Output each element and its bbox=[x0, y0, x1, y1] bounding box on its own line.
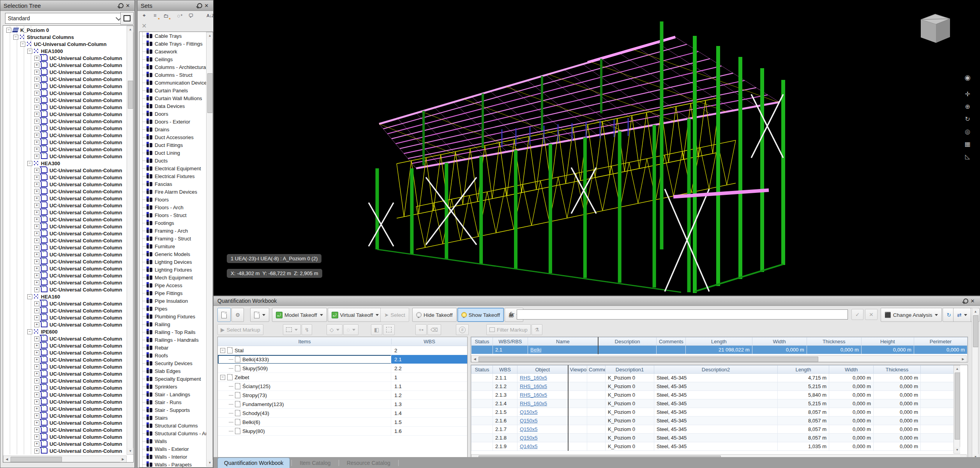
expand-toggle[interactable]: + bbox=[34, 259, 39, 264]
detail-row[interactable]: 2.1.3RHS_160x5K_Poziom 0Steel, 45-3455,8… bbox=[471, 391, 954, 399]
set-item[interactable]: Stairs bbox=[139, 414, 213, 422]
delete-set-icon[interactable]: ✕ bbox=[140, 22, 148, 30]
selection-tree-vscrollbar[interactable]: ▲ ▼ bbox=[127, 26, 133, 455]
rollup-table[interactable]: StatusWBS/RBSNameDescriptionCommentsLeng… bbox=[471, 337, 968, 362]
expand-toggle[interactable]: + bbox=[34, 420, 39, 426]
detail-vscrollbar[interactable]: ▲ ▼ bbox=[954, 365, 960, 454]
sets-vscrollbar[interactable]: ▲ ▼ bbox=[206, 32, 213, 466]
expand-toggle[interactable]: + bbox=[34, 449, 39, 454]
expand-toggle[interactable]: + bbox=[34, 442, 39, 447]
expand-toggle[interactable]: + bbox=[34, 182, 39, 187]
tree-item[interactable]: +UC-Universal Column-Column bbox=[3, 419, 126, 426]
markup-add-vertex-button[interactable]: +▪ bbox=[415, 324, 427, 335]
tree-item[interactable]: +UC-Universal Column-Column bbox=[3, 342, 126, 349]
tree-item[interactable]: +UC-Universal Column-Column bbox=[3, 153, 126, 160]
tree-item[interactable]: +UC-Universal Column-Column bbox=[3, 265, 126, 272]
tree-item[interactable]: +UC-Universal Column-Column bbox=[3, 118, 126, 125]
column-header[interactable]: Object bbox=[517, 366, 568, 374]
set-item[interactable]: Slab Edges bbox=[139, 367, 213, 375]
set-item[interactable]: Framing - Struct bbox=[139, 235, 213, 242]
set-item[interactable]: Doors - Exterior bbox=[139, 118, 213, 125]
tree-group[interactable]: −UC-Universal Column-Column bbox=[3, 41, 126, 48]
column-header[interactable]: Comments bbox=[657, 337, 686, 346]
expand-toggle[interactable]: + bbox=[34, 322, 39, 327]
expand-toggle[interactable]: + bbox=[34, 273, 39, 278]
change-analysis-button[interactable]: ⬛Change Analysis bbox=[881, 308, 942, 322]
tree-item[interactable]: +UC-Universal Column-Column bbox=[3, 335, 126, 342]
expand-toggle[interactable]: + bbox=[34, 378, 39, 383]
object-link[interactable]: Q150x5 bbox=[520, 418, 538, 424]
detail-row[interactable]: 2.1.5Q150x5K_Poziom 0Steel, 45-3458,057 … bbox=[471, 408, 954, 417]
tree-item[interactable]: +UC-Universal Column-Column bbox=[3, 426, 126, 433]
formula-input[interactable] bbox=[517, 309, 848, 320]
expand-toggle[interactable]: + bbox=[34, 140, 39, 145]
view-cube[interactable] bbox=[911, 7, 958, 50]
set-item[interactable]: Curtain Wall Mullions bbox=[139, 94, 213, 102]
expand-toggle[interactable]: + bbox=[34, 224, 39, 229]
set-item[interactable]: Electrical Equipment bbox=[139, 164, 213, 172]
markup-number-button[interactable]: # bbox=[456, 324, 469, 335]
look-icon[interactable]: ◎ bbox=[962, 128, 973, 135]
tree-item[interactable]: +UC-Universal Column-Column bbox=[3, 300, 126, 307]
pan-icon[interactable]: ✛ bbox=[962, 90, 973, 98]
workbook-vscrollbar[interactable]: ▲ ▼ bbox=[972, 308, 978, 461]
set-item[interactable]: Floors - Struct bbox=[139, 211, 213, 219]
tree-item[interactable]: +UC-Universal Column-Column bbox=[3, 188, 126, 195]
expand-toggle[interactable]: + bbox=[34, 98, 39, 103]
set-item[interactable]: Duct Lining bbox=[139, 149, 213, 157]
tree-item[interactable]: +UC-Universal Column-Column bbox=[3, 321, 126, 328]
tree-item[interactable]: +UC-Universal Column-Column bbox=[3, 433, 126, 440]
object-link[interactable]: RHS_160x5 bbox=[520, 383, 547, 389]
set-item[interactable]: Specialty Equipment bbox=[139, 375, 213, 383]
tab-quantification-workbook[interactable]: Quantification Workbook bbox=[217, 457, 290, 468]
tree-item[interactable]: +UC-Universal Column-Column bbox=[3, 384, 126, 391]
tree-item[interactable]: +UC-Universal Column-Column bbox=[3, 132, 126, 139]
markup-area-button[interactable] bbox=[383, 324, 395, 335]
detail-row[interactable]: 2.1.1RHS_160x5K_Poziom 0Steel, 45-3454,7… bbox=[471, 374, 954, 382]
set-item[interactable]: Fascias bbox=[139, 180, 213, 188]
column-header[interactable]: Status bbox=[471, 366, 493, 374]
set-item[interactable]: Columns - Struct bbox=[139, 71, 213, 79]
column-header[interactable]: Height bbox=[861, 337, 914, 346]
object-link[interactable]: Q150x5 bbox=[520, 426, 538, 432]
camera-icon[interactable]: ▦ bbox=[962, 140, 973, 148]
set-item[interactable]: Duct Fittings bbox=[139, 141, 213, 149]
set-item[interactable]: Electrical Fixtures bbox=[139, 172, 213, 180]
set-item[interactable]: Walls bbox=[139, 437, 213, 445]
column-header[interactable]: Description bbox=[598, 337, 657, 346]
expand-toggle[interactable]: + bbox=[34, 350, 39, 355]
column-header[interactable]: Comments bbox=[587, 366, 606, 374]
expand-toggle[interactable]: + bbox=[34, 189, 39, 194]
expand-toggle[interactable]: + bbox=[34, 112, 39, 117]
items-tree-row[interactable]: Schody(43)1.4 bbox=[218, 409, 467, 418]
set-item[interactable]: Ceilings bbox=[139, 55, 213, 63]
tab-resource-catalog[interactable]: Resource Catalog bbox=[341, 458, 397, 468]
column-header[interactable]: Status bbox=[471, 337, 493, 346]
workbook-views-button[interactable] bbox=[250, 308, 269, 322]
tree-item[interactable]: +UC-Universal Column-Column bbox=[3, 216, 126, 223]
expand-toggle[interactable]: − bbox=[27, 329, 32, 334]
set-item[interactable]: Drains bbox=[139, 125, 213, 133]
set-item[interactable]: Structural Columns bbox=[139, 422, 213, 429]
tree-group[interactable]: −IPE600 bbox=[3, 328, 126, 335]
expand-toggle[interactable]: + bbox=[34, 315, 39, 320]
expand-toggle[interactable]: + bbox=[34, 70, 39, 75]
column-header[interactable]: Width bbox=[829, 366, 874, 374]
import-export-button[interactable]: ⇄ bbox=[953, 308, 971, 322]
expand-toggle[interactable]: + bbox=[34, 105, 39, 110]
column-header[interactable]: WBS bbox=[493, 366, 517, 374]
new-search-set-icon[interactable]: ⌗ bbox=[151, 12, 159, 19]
tree-item[interactable]: +UC-Universal Column-Column bbox=[3, 195, 126, 202]
tree-item[interactable]: +UC-Universal Column-Column bbox=[3, 62, 126, 69]
set-item[interactable]: Plumbing Fixtures bbox=[139, 313, 213, 320]
expand-toggle[interactable]: + bbox=[34, 434, 39, 440]
tree-item[interactable]: +UC-Universal Column-Column bbox=[3, 181, 126, 188]
tree-item[interactable]: +UC-Universal Column-Column bbox=[3, 370, 126, 377]
tree-item[interactable]: +UC-Universal Column-Column bbox=[3, 174, 126, 181]
set-item[interactable]: Walls - Exterior bbox=[139, 445, 213, 453]
expand-toggle[interactable]: + bbox=[34, 364, 39, 369]
zoom-icon[interactable]: ⊕ bbox=[962, 103, 973, 110]
set-item[interactable]: Sprinklers bbox=[139, 383, 213, 390]
tree-item[interactable]: +UC-Universal Column-Column bbox=[3, 363, 126, 370]
duplicate-icon[interactable]: ◌⁺ bbox=[176, 12, 184, 19]
